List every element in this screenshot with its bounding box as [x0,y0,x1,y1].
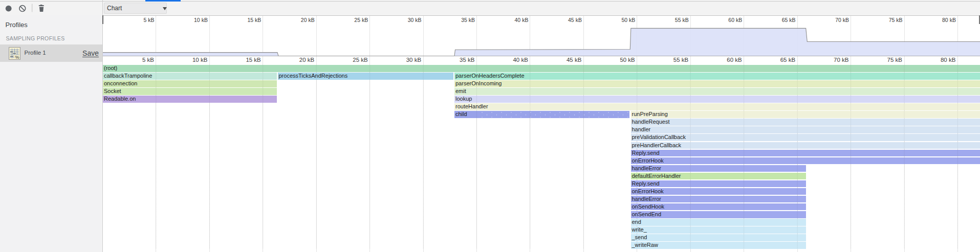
svg-text:%: % [15,55,19,60]
